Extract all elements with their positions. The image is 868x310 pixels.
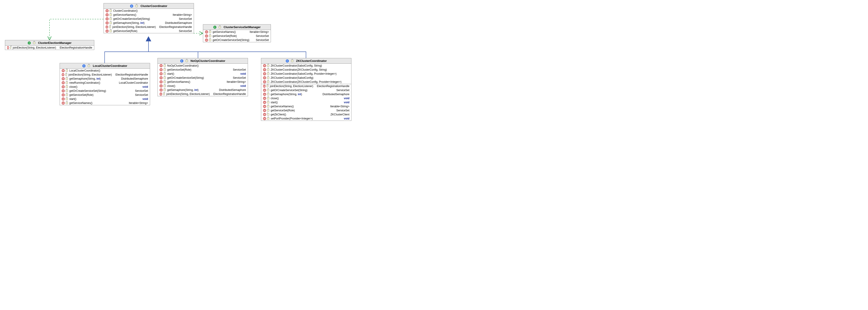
method-row: mZKClusterCoordinator(ZKClusterConfig, S… [261, 68, 351, 72]
methods-section: mClusterCoordinator() mgetServiceNames()… [104, 9, 194, 33]
method-icon: m [263, 113, 266, 116]
method-row: mgetServiceNames()Iterable<String> [203, 30, 271, 34]
lock-icon [110, 22, 112, 24]
lock-icon [66, 102, 68, 104]
method-icon: m [263, 68, 266, 71]
methods-section: mNoOpClusterCoordinator() mgetServiceSet… [158, 64, 248, 96]
method-icon: m [159, 80, 163, 84]
method-row: mZKClusterCoordinator(SabotConfig, Strin… [261, 64, 351, 68]
method-icon: m [62, 73, 64, 76]
method-icon: m [263, 85, 266, 88]
method-row: mgetServiceSet(Role)ServiceSet [104, 29, 194, 33]
lock-icon [209, 31, 211, 33]
class-title: ClusterServiceSetManager [224, 25, 261, 29]
method-icon: m [159, 92, 162, 96]
lock-icon [163, 89, 166, 91]
lock-icon [163, 69, 166, 71]
lock-icon [291, 60, 293, 62]
lock-icon [267, 77, 269, 79]
lock-icon [66, 78, 68, 80]
lock-icon [267, 93, 269, 95]
method-row: mjoinElection(String, ElectionListener)E… [104, 25, 194, 29]
method-icon: m [263, 76, 266, 80]
lock-icon [186, 60, 188, 62]
class-cluster-coordinator: C ClusterCoordinator mClusterCoordinator… [103, 3, 194, 33]
method-icon: m [159, 68, 163, 71]
class-header: I ClusterElectionManager [5, 40, 94, 46]
method-row: mgetZkClient()ZKClusterClient [261, 113, 351, 117]
class-title: ZKClusterCoordinator [296, 59, 327, 63]
method-row: mgetServiceSet(Role)ServiceSet [60, 93, 150, 97]
method-icon: m [205, 38, 208, 42]
method-icon: m [263, 80, 266, 84]
method-icon: m [263, 89, 266, 92]
method-row: mclose()void [60, 85, 150, 89]
lock-icon [209, 35, 211, 37]
method-icon: m [105, 25, 108, 29]
method-icon: m [263, 72, 266, 75]
lock-icon [163, 85, 166, 87]
lock-open-icon [267, 113, 269, 116]
constructors-section: mZKClusterCoordinator(SabotConfig, Strin… [261, 64, 351, 84]
lock-icon [267, 69, 269, 71]
method-icon: m [62, 81, 65, 84]
lock-icon [10, 46, 11, 49]
class-icon: C [180, 59, 183, 63]
method-row: mgetSemaphore(String, int)DistributedSem… [104, 21, 194, 25]
method-row: mgetServiceNames()Iterable<String> [158, 80, 248, 84]
method-row: mgetOrCreateServiceSet(String)ServiceSet [203, 38, 271, 42]
interface-cluster-service-set-manager: I ClusterServiceSetManager mgetServiceNa… [203, 24, 271, 42]
lock-icon [267, 81, 269, 83]
class-header: C ClusterCoordinator [104, 3, 194, 9]
method-icon: m [105, 9, 109, 12]
method-row: mNoOpClusterCoordinator() [158, 64, 248, 68]
lock-icon [267, 118, 269, 120]
method-icon: m [62, 77, 65, 80]
method-icon: m [263, 101, 266, 104]
method-row: mClusterCoordinator() [104, 9, 194, 13]
method-icon: m [263, 105, 266, 108]
method-icon: m [263, 93, 266, 96]
lock-icon [267, 85, 269, 87]
method-icon: m [159, 84, 163, 88]
lock-icon [267, 101, 269, 103]
method-icon: m [62, 85, 65, 88]
method-row: mstart()void [261, 100, 351, 104]
class-icon: C [82, 64, 86, 67]
method-icon: m [62, 69, 65, 72]
lock-icon [135, 5, 138, 7]
class-noop-cluster-coordinator: C NoOpClusterCoordinator mNoOpClusterCoo… [157, 58, 248, 96]
class-title: LocalClusterCoordinator [93, 64, 127, 67]
method-row: mjoinElection(String, ElectionListener)E… [60, 73, 150, 77]
class-header: C ZKClusterCoordinator [261, 58, 351, 64]
lock-icon [88, 65, 90, 67]
lock-icon [109, 26, 111, 28]
method-icon: m [62, 89, 65, 92]
method-icon: m [105, 13, 109, 17]
method-icon: m [62, 97, 65, 100]
method-row: mgetOrCreateServiceSet(String)ServiceSet [60, 89, 150, 93]
method-row: mjoinElection(String, ElectionListener)E… [5, 46, 94, 50]
method-row: mclose()void [158, 84, 248, 88]
class-header: C LocalClusterCoordinator [60, 63, 150, 69]
method-icon: m [105, 21, 109, 25]
lock-icon [110, 18, 112, 20]
method-row: msetPortProvider(Provider<Integer>)void [261, 117, 351, 121]
lock-icon [163, 73, 166, 75]
method-row: mgetSemaphore(String, int)DistributedSem… [261, 92, 351, 96]
lock-icon [267, 105, 269, 107]
method-row: mZKClusterCoordinator(ZKClusterConfig, P… [261, 80, 351, 84]
method-row: mnewRunningCoordinator()LocalClusterCoor… [60, 81, 150, 85]
method-icon: m [159, 64, 163, 67]
lock-icon [209, 39, 211, 41]
class-local-cluster-coordinator: C LocalClusterCoordinator mLocalClusterC… [60, 63, 150, 105]
interface-icon: I [28, 41, 31, 44]
method-row: mgetSemaphore(String, int)DistributedSem… [60, 77, 150, 81]
methods-section: mjoinElection(String, ElectionListener)E… [261, 84, 351, 121]
class-icon: C [130, 4, 133, 8]
lock-icon [110, 14, 112, 16]
class-header: I ClusterServiceSetManager [203, 25, 271, 30]
methods-section: mjoinElection(String, ElectionListener)E… [5, 46, 94, 50]
class-zk-cluster-coordinator: C ZKClusterCoordinator mZKClusterCoordin… [261, 58, 351, 121]
method-icon: m [263, 109, 266, 112]
